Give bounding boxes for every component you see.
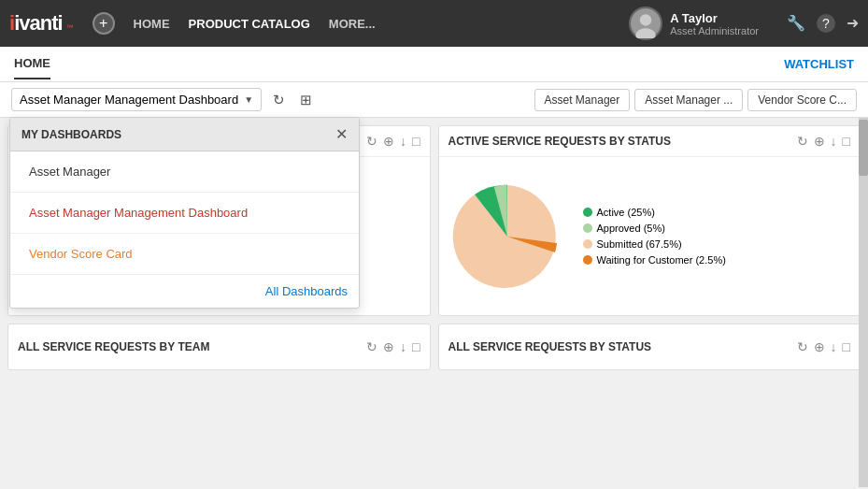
tab-home[interactable]: HOME	[14, 49, 50, 79]
refresh-icon-left[interactable]: ↻	[366, 134, 377, 149]
card-body-right: Active (25%) Approved (5%) Submitted (67…	[439, 157, 861, 315]
download-icon-left[interactable]: ↓	[400, 134, 406, 149]
refresh-icon-right[interactable]: ↻	[797, 134, 808, 149]
refresh-icon-bottom-right[interactable]: ↻	[797, 339, 808, 354]
share-icon-bottom-right[interactable]: ⊕	[814, 339, 825, 354]
share-icon-bottom-left[interactable]: ⊕	[383, 339, 394, 354]
toolbar: Asset Manager Management Dashboard ▼ ↻ ⊞…	[0, 82, 868, 118]
pill-asset-manager[interactable]: Asset Manager	[534, 89, 631, 111]
card-icons-right: ↻ ⊕ ↓ □	[797, 134, 850, 149]
watchlist-button[interactable]: WATCHLIST	[784, 57, 854, 71]
card-title-right: ACTIVE SERVICE REQUESTS BY STATUS	[448, 135, 672, 148]
secondary-nav: HOME WATCHLIST	[0, 47, 868, 82]
share-icon-right[interactable]: ⊕	[814, 134, 825, 149]
expand-icon-left[interactable]: □	[412, 134, 420, 149]
pie-chart-right	[447, 176, 568, 297]
dropdown-item-vendor-scorecard[interactable]: Vendor Score Card	[10, 234, 359, 275]
user-area: A Taylor Asset Administrator	[629, 7, 759, 40]
avatar	[629, 7, 662, 40]
dashboard-select[interactable]: Asset Manager Management Dashboard ▼	[11, 88, 262, 111]
bottom-card-icons-right: ↻ ⊕ ↓ □	[797, 339, 850, 354]
dropdown-header: MY DASHBOARDS ✕	[10, 118, 359, 151]
nav-product-catalog[interactable]: PRODUCT CATALOG	[189, 17, 310, 31]
legend-item-approved: Approved (5%)	[583, 223, 726, 234]
nav-home[interactable]: HOME	[134, 17, 170, 31]
dropdown-footer: All Dashboards	[10, 275, 359, 308]
scrollbar[interactable]	[859, 118, 868, 487]
dropdown-close-button[interactable]: ✕	[335, 125, 348, 143]
card-active-requests-by-status: ACTIVE SERVICE REQUESTS BY STATUS ↻ ⊕ ↓ …	[438, 125, 861, 316]
help-icon[interactable]: ?	[817, 14, 835, 33]
dashboard-select-label: Asset Manager Management Dashboard	[20, 93, 238, 107]
refresh-button[interactable]: ↻	[269, 90, 289, 110]
logo-trademark: ™	[66, 23, 74, 32]
dropdown-title: MY DASHBOARDS	[21, 128, 121, 141]
add-button[interactable]: +	[92, 12, 115, 35]
dropdown-item-label-highlight: Management Dashboard	[114, 206, 248, 220]
dashboard-pills: Asset Manager Asset Manager ... Vendor S…	[534, 89, 857, 111]
dropdown-item-asset-manager[interactable]: Asset Manager	[10, 151, 359, 193]
scrollbar-thumb[interactable]	[859, 120, 868, 176]
top-navigation: iivanti ™ + HOME PRODUCT CATALOG MORE...…	[0, 0, 868, 47]
refresh-icon-bottom-left[interactable]: ↻	[366, 339, 377, 354]
legend-dot-submitted	[583, 239, 592, 249]
legend-item-active: Active (25%)	[583, 207, 726, 218]
expand-icon-right[interactable]: □	[843, 134, 850, 149]
bottom-card-title-right: ALL SERVICE REQUESTS BY STATUS	[448, 340, 652, 353]
card-icons-left: ↻ ⊕ ↓ □	[366, 134, 420, 149]
legend-dot-active	[583, 208, 592, 217]
right-legend: Active (25%) Approved (5%) Submitted (67…	[583, 207, 726, 266]
legend-label-waiting: Waiting for Customer (2.5%)	[597, 254, 726, 266]
legend-label-submitted: Submitted (67.5%)	[597, 238, 682, 250]
legend-label-active: Active (25%)	[597, 207, 655, 218]
pill-vendor-score[interactable]: Vendor Score C...	[747, 89, 857, 111]
expand-icon-bottom-left[interactable]: □	[412, 339, 420, 354]
signout-icon[interactable]: ➜	[847, 14, 859, 33]
legend-item-waiting: Waiting for Customer (2.5%)	[583, 254, 726, 266]
download-icon-right[interactable]: ↓	[831, 134, 837, 149]
logo-text: iivanti	[9, 11, 63, 36]
legend-dot-approved	[583, 223, 592, 233]
card-all-requests-team: ALL SERVICE REQUESTS BY TEAM ↻ ⊕ ↓ □	[7, 324, 431, 370]
share-icon-left[interactable]: ⊕	[383, 134, 394, 149]
logo: iivanti ™	[9, 11, 74, 36]
nav-utility-icons: 🔧 ? ➜	[787, 14, 859, 33]
chevron-down-icon: ▼	[244, 94, 253, 105]
bottom-card-title-left: ALL SERVICE REQUESTS BY TEAM	[18, 340, 209, 353]
dropdown-item-asset-manager-dashboard[interactable]: Asset Manager Management Dashboard	[10, 193, 359, 234]
card-header-right: ACTIVE SERVICE REQUESTS BY STATUS ↻ ⊕ ↓ …	[439, 126, 861, 157]
all-dashboards-link[interactable]: All Dashboards	[265, 284, 348, 298]
legend-label-approved: Approved (5%)	[597, 223, 665, 234]
expand-icon-bottom-right[interactable]: □	[843, 339, 850, 354]
wrench-icon[interactable]: 🔧	[787, 14, 805, 33]
user-role: Asset Administrator	[670, 25, 759, 36]
legend-dot-waiting	[583, 255, 592, 265]
bottom-card-icons-left: ↻ ⊕ ↓ □	[366, 339, 420, 354]
user-info: A Taylor Asset Administrator	[670, 11, 759, 36]
download-icon-bottom-right[interactable]: ↓	[831, 339, 837, 354]
svg-point-1	[640, 14, 651, 25]
layout-button[interactable]: ⊞	[296, 90, 316, 110]
legend-item-submitted: Submitted (67.5%)	[583, 238, 726, 250]
my-dashboards-dropdown: MY DASHBOARDS ✕ Asset Manager Asset Mana…	[9, 117, 360, 309]
download-icon-bottom-left[interactable]: ↓	[400, 339, 406, 354]
card-all-requests-status: ALL SERVICE REQUESTS BY STATUS ↻ ⊕ ↓ □	[438, 324, 861, 370]
cards-row-bottom: ALL SERVICE REQUESTS BY TEAM ↻ ⊕ ↓ □ ALL…	[0, 324, 868, 370]
pill-asset-manager-2[interactable]: Asset Manager ...	[634, 89, 743, 111]
nav-more[interactable]: MORE...	[329, 17, 376, 31]
pie-container-right: Active (25%) Approved (5%) Submitted (67…	[447, 176, 853, 297]
user-name: A Taylor	[670, 11, 759, 25]
